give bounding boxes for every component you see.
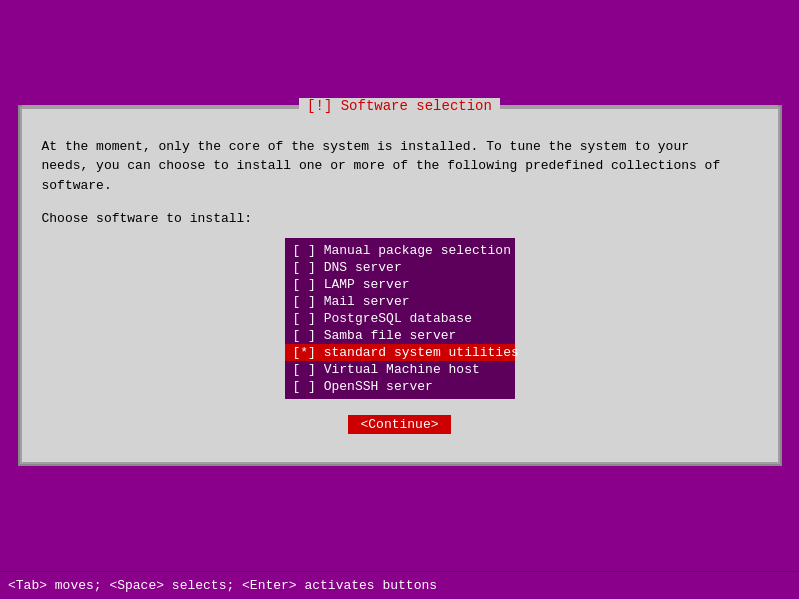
status-bar: <Tab> moves; <Space> selects; <Enter> ac… [0, 571, 799, 599]
list-item-vmhost[interactable]: [ ] Virtual Machine host [285, 361, 515, 378]
title-line-left [22, 105, 300, 107]
list-container: [ ] Manual package selection[ ] DNS serv… [42, 238, 758, 399]
list-item-lamp[interactable]: [ ] LAMP server [285, 276, 515, 293]
list-item-openssh[interactable]: [ ] OpenSSH server [285, 378, 515, 395]
dialog-box: [!] Software selection At the moment, on… [20, 107, 780, 465]
list-item-dns[interactable]: [ ] DNS server [285, 259, 515, 276]
description-text: At the moment, only the core of the syst… [42, 137, 758, 196]
software-list: [ ] Manual package selection[ ] DNS serv… [285, 238, 515, 399]
dialog-outer-border: [!] Software selection At the moment, on… [18, 105, 782, 467]
desc-line2: needs, you can choose to install one or … [42, 158, 721, 173]
list-item-manual[interactable]: [ ] Manual package selection [285, 242, 515, 259]
desc-line3: software. [42, 178, 112, 193]
list-item-mail[interactable]: [ ] Mail server [285, 293, 515, 310]
desc-line1: At the moment, only the core of the syst… [42, 139, 690, 154]
main-area: [!] Software selection At the moment, on… [0, 0, 799, 571]
title-line-right [500, 105, 778, 107]
dialog-content: At the moment, only the core of the syst… [22, 117, 778, 463]
status-text: <Tab> moves; <Space> selects; <Enter> ac… [8, 578, 437, 593]
list-item-standard[interactable]: [*] standard system utilities [285, 344, 515, 361]
dialog-title: [!] Software selection [299, 98, 500, 114]
choose-label: Choose software to install: [42, 211, 758, 226]
button-area: <Continue> [42, 415, 758, 434]
continue-button[interactable]: <Continue> [348, 415, 450, 434]
list-item-samba[interactable]: [ ] Samba file server [285, 327, 515, 344]
list-item-postgresql[interactable]: [ ] PostgreSQL database [285, 310, 515, 327]
dialog-title-bar: [!] Software selection [22, 98, 778, 114]
